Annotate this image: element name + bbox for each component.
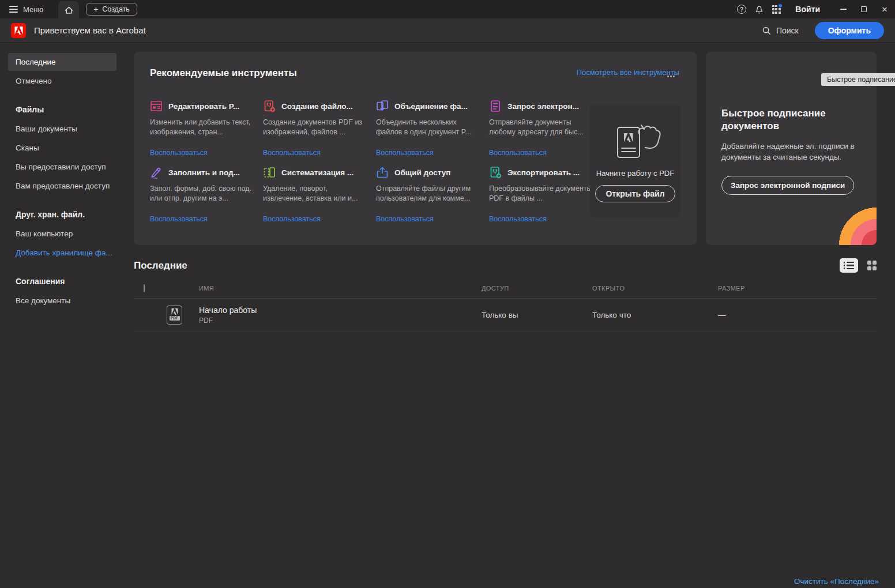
view-toggles (840, 258, 877, 273)
recent-file-row[interactable]: PDF Начало работы PDF Только вы Только ч… (134, 299, 877, 331)
file-name: Начало работы (199, 306, 482, 315)
tool-fill-sign[interactable]: Заполнить и под... Запол. формы, доб. св… (150, 166, 254, 223)
sidebar-item-starred[interactable]: Отмечено (8, 72, 116, 90)
tool-name: Объединение фа... (394, 102, 468, 111)
sidebar-item-your-documents[interactable]: Ваши документы (8, 120, 116, 138)
sidebar-item-all-documents[interactable]: Все документы (8, 292, 116, 310)
request-esignature-button[interactable]: Запрос электронной подписи (721, 176, 854, 195)
create-button[interactable]: + Создать (86, 3, 137, 16)
export-pdf-icon (489, 166, 502, 179)
tool-name: Общий доступ (394, 168, 450, 177)
help-button[interactable]: ? (733, 0, 750, 18)
tool-description: Изменить или добавить текст, изображения… (150, 118, 254, 137)
tool-name: Заполнить и под... (168, 168, 240, 177)
combine-files-icon (376, 100, 389, 112)
tool-description: Объединить нескольких файлов в один доку… (376, 118, 480, 137)
view-all-tools-link[interactable]: Посмотреть все инструменты (577, 68, 679, 77)
tool-description: Отправляйте файлы другим пользователям д… (376, 184, 480, 203)
apps-button[interactable] (768, 0, 785, 18)
apps-grid-icon (772, 5, 781, 14)
sign-in-button[interactable]: Войти (795, 5, 820, 14)
sidebar-item-shared-with-you[interactable]: Вам предоставлен доступ (8, 177, 116, 195)
sidebar-item-scans[interactable]: Сканы (8, 139, 116, 157)
create-label: Создать (102, 5, 130, 13)
menu-button[interactable]: Меню (0, 0, 52, 18)
tool-name: Создание файло... (281, 102, 353, 111)
column-header-opened: ОТКРЫТО (592, 285, 718, 292)
list-view-button[interactable] (840, 258, 858, 273)
sidebar-section-other-storage: Друг. хран. файл. (8, 210, 116, 219)
hamburger-icon (9, 6, 18, 12)
fill-sign-icon (150, 166, 163, 179)
pdf-file-icon: PDF (167, 306, 182, 325)
notifications-button[interactable] (750, 0, 768, 18)
tool-name: Систематизация ... (281, 168, 354, 177)
recent-title: Последние (134, 260, 187, 272)
start-with-pdf-tile: Начните работу с PDF Открыть файл (590, 104, 680, 217)
signing-tooltip: Быстрое подписание д (821, 73, 895, 86)
use-tool-link[interactable]: Воспользоваться (489, 149, 547, 157)
tool-share[interactable]: Общий доступ Отправляйте файлы другим по… (376, 166, 480, 223)
use-tool-link[interactable]: Воспользоваться (376, 149, 434, 157)
tool-description: Создание документов PDF из изображений, … (263, 118, 367, 137)
use-tool-link[interactable]: Воспользоваться (489, 215, 547, 223)
search-label: Поиск (776, 26, 799, 35)
bell-icon (754, 5, 764, 14)
file-access: Только вы (482, 311, 592, 319)
tool-export-pdf[interactable]: Экспортировать ... Преобразовывайте доку… (489, 166, 593, 223)
close-icon: ✕ (882, 5, 888, 14)
tool-description: Запол. формы, доб. свою под. или отпр. д… (150, 184, 254, 203)
use-tool-link[interactable]: Воспользоваться (263, 149, 321, 157)
sidebar-section-files: Файлы (8, 105, 116, 114)
share-icon (376, 166, 389, 179)
acrobat-home-window: { "titlebar": { "menu_label": "Меню", "c… (0, 0, 895, 588)
sidebar-item-recent[interactable]: Последние (8, 53, 116, 71)
grid-view-button[interactable] (867, 261, 877, 270)
open-file-button[interactable]: Открыть файл (595, 185, 675, 202)
sidebar-item-add-storage[interactable]: Добавить хранилище фа... (8, 244, 116, 262)
signing-panel-description: Добавляйте надежные эл. подписи в докуме… (721, 141, 861, 163)
app-header: Приветствуем вас в Acrobat Поиск Оформит… (0, 18, 895, 43)
header-right: Поиск Оформить (762, 22, 884, 39)
tool-create-pdf[interactable]: Создание файло... Создание документов PD… (263, 100, 367, 157)
search-icon (762, 26, 771, 35)
recommended-tools-card: Рекомендуемые инструменты Посмотреть все… (134, 52, 697, 245)
sidebar-item-your-computer[interactable]: Ваш компьютер (8, 225, 116, 243)
use-tool-link[interactable]: Воспользоваться (376, 215, 434, 223)
file-type: PDF (199, 316, 482, 325)
pdf-tag-label: PDF (170, 316, 180, 321)
tool-combine-files[interactable]: Объединение фа... Объединить нескольких … (376, 100, 480, 157)
tool-name: Редактировать P... (168, 102, 239, 111)
tool-request-signatures[interactable]: Запрос электрон... Отправляйте документы… (489, 100, 593, 157)
select-all-checkbox[interactable] (144, 284, 145, 292)
start-tile-caption: Начните работу с PDF (596, 169, 674, 178)
column-header-name: ИМЯ (199, 285, 482, 292)
clear-recent-link[interactable]: Очистить «Последние» (794, 577, 879, 586)
search-button[interactable]: Поиск (762, 26, 799, 35)
create-pdf-icon (263, 100, 276, 112)
tool-description: Удаление, поворот, извлечение, вставка и… (263, 184, 367, 203)
tool-edit-pdf[interactable]: Редактировать P... Изменить или добавить… (150, 100, 254, 157)
notification-dot (778, 3, 783, 8)
column-header-size: РАЗМЕР (718, 285, 877, 292)
column-header-access: ДОСТУП (482, 285, 592, 292)
titlebar-right: ? Войти ✕ (733, 0, 895, 18)
upgrade-button[interactable]: Оформить (815, 22, 884, 39)
sidebar: Последние Отмечено Файлы Ваши документы … (0, 43, 125, 588)
minimize-button[interactable] (833, 0, 853, 18)
tool-organize-pages[interactable]: Систематизация ... Удаление, поворот, из… (263, 166, 367, 223)
use-tool-link[interactable]: Воспользоваться (150, 149, 208, 157)
edit-pdf-icon (150, 100, 163, 112)
organize-pages-icon (263, 166, 276, 179)
file-opened: Только что (592, 311, 718, 319)
more-options-icon[interactable] (667, 76, 675, 77)
sidebar-item-shared-by-you[interactable]: Вы предоставили доступ (8, 158, 116, 176)
use-tool-link[interactable]: Воспользоваться (150, 215, 208, 223)
use-tool-link[interactable]: Воспользоваться (263, 215, 321, 223)
tool-name: Запрос электрон... (507, 102, 579, 111)
home-tab[interactable] (58, 1, 79, 18)
close-button[interactable]: ✕ (874, 0, 895, 18)
maximize-button[interactable] (853, 0, 874, 18)
tool-description: Преобразовывайте документы PDF в файлы .… (489, 184, 593, 203)
titlebar: Меню + Создать ? Войти ✕ (0, 0, 895, 18)
